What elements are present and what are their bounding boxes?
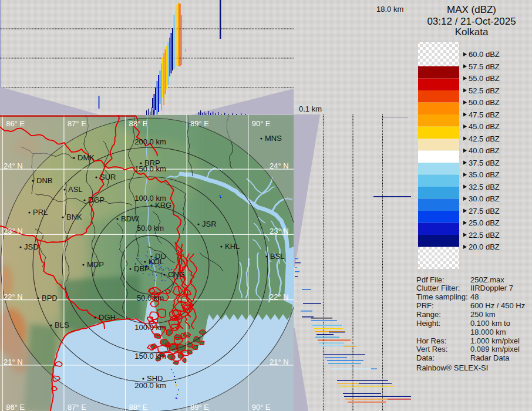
svg-text:KHL: KHL [225, 242, 240, 251]
svg-text:50.0 dBZ: 50.0 dBZ [469, 98, 500, 107]
svg-text:22° N: 22° N [4, 292, 23, 301]
svg-text:35.0 dBZ: 35.0 dBZ [469, 170, 500, 179]
svg-text:250Z.max: 250Z.max [470, 275, 504, 284]
svg-text:Vert Res:: Vert Res: [416, 345, 447, 353]
svg-text:MAX (dBZ): MAX (dBZ) [447, 4, 496, 15]
svg-text:86° E: 86° E [6, 119, 25, 128]
svg-text:55.0 dBZ: 55.0 dBZ [469, 74, 500, 83]
svg-text:Rainbow® SELEX-SI: Rainbow® SELEX-SI [416, 363, 488, 372]
svg-text:40.0 dBZ: 40.0 dBZ [469, 146, 500, 155]
svg-text:23° N: 23° N [4, 227, 23, 235]
svg-text:JSR: JSR [202, 220, 217, 228]
svg-text:50.0 km: 50.0 km [137, 224, 164, 233]
svg-text:Pdf File:: Pdf File: [416, 275, 445, 284]
svg-text:24° N: 24° N [270, 161, 289, 170]
svg-text:Height:: Height: [416, 319, 440, 328]
svg-text:JSD: JSD [24, 242, 39, 251]
svg-text:50.0 km: 50.0 km [137, 294, 164, 302]
svg-text:BDW: BDW [121, 214, 139, 223]
svg-text:45.0 dBZ: 45.0 dBZ [469, 122, 500, 131]
svg-text:DGP: DGP [88, 196, 105, 204]
svg-text:DBP: DBP [134, 264, 150, 273]
svg-text:200.0 km: 200.0 km [134, 137, 166, 146]
svg-text:52.5 dBZ: 52.5 dBZ [469, 86, 500, 95]
svg-text:MNS: MNS [265, 134, 282, 143]
svg-text:20.0 dBZ: 20.0 dBZ [469, 242, 500, 251]
svg-text:0.1 km: 0.1 km [299, 105, 322, 113]
svg-text:IIRDoppler 7: IIRDoppler 7 [470, 284, 513, 292]
svg-text:22° N: 22° N [270, 292, 289, 301]
svg-text:57.5 dBZ: 57.5 dBZ [469, 62, 500, 71]
svg-text:90° E: 90° E [252, 403, 271, 411]
svg-text:87° E: 87° E [68, 119, 86, 128]
svg-text:86° E: 86° E [6, 403, 25, 411]
svg-text:Hor Res:: Hor Res: [416, 336, 446, 345]
svg-text:88° E: 88° E [129, 403, 148, 411]
svg-text:03:12 / 21-Oct-2025: 03:12 / 21-Oct-2025 [427, 16, 516, 27]
svg-text:BSL: BSL [270, 252, 285, 261]
svg-text:23° N: 23° N [270, 227, 289, 235]
svg-text:BPD: BPD [42, 294, 58, 302]
svg-text:MDP: MDP [87, 260, 104, 269]
svg-text:27.5 dBZ: 27.5 dBZ [469, 207, 500, 215]
svg-text:250 km: 250 km [470, 310, 496, 319]
svg-text:1.000 km/pixel: 1.000 km/pixel [470, 336, 520, 345]
svg-text:0.089 km/pixel: 0.089 km/pixel [470, 345, 520, 353]
svg-text:21° N: 21° N [270, 358, 289, 366]
svg-text:DMK: DMK [78, 153, 95, 162]
svg-text:DGH: DGH [99, 313, 116, 322]
svg-text:37.5 dBZ: 37.5 dBZ [469, 159, 500, 167]
svg-text:PRL: PRL [33, 208, 48, 217]
svg-text:42.5 dBZ: 42.5 dBZ [469, 134, 500, 143]
svg-text:Time sampling:: Time sampling: [416, 292, 468, 301]
svg-text:SUR: SUR [100, 173, 116, 181]
svg-text:60.0 dBZ: 60.0 dBZ [469, 50, 500, 59]
svg-text:150.0 km: 150.0 km [134, 352, 166, 361]
svg-text:KOL: KOL [149, 257, 164, 266]
svg-text:600 Hz / 450 Hz: 600 Hz / 450 Hz [470, 301, 525, 310]
svg-text:21° N: 21° N [4, 358, 23, 366]
svg-text:18.0 km: 18.0 km [376, 5, 403, 14]
svg-text:32.5 dBZ: 32.5 dBZ [469, 183, 500, 191]
svg-text:Data:: Data: [416, 353, 435, 362]
svg-text:Range:: Range: [416, 310, 441, 319]
svg-text:SHD: SHD [147, 374, 163, 383]
svg-text:BNK: BNK [66, 213, 82, 221]
svg-text:Radar Data: Radar Data [470, 353, 510, 362]
svg-text:BLS: BLS [55, 321, 69, 329]
svg-text:Clutter Filter:: Clutter Filter: [416, 284, 460, 292]
svg-text:88° E: 88° E [129, 119, 148, 128]
svg-text:DNB: DNB [36, 176, 52, 185]
svg-text:Kolkata: Kolkata [455, 26, 489, 38]
svg-text:22.5 dBZ: 22.5 dBZ [469, 231, 500, 240]
svg-text:90° E: 90° E [252, 119, 271, 128]
svg-text:47.5 dBZ: 47.5 dBZ [469, 110, 500, 119]
svg-text:24° N: 24° N [4, 161, 23, 170]
svg-text:18.000 km: 18.000 km [470, 328, 506, 336]
svg-text:30.0 dBZ: 30.0 dBZ [469, 194, 500, 203]
svg-text:BRP: BRP [144, 159, 160, 167]
svg-text:100.0 km: 100.0 km [134, 323, 166, 332]
svg-text:PRF:: PRF: [416, 301, 434, 310]
svg-text:ASL: ASL [68, 185, 83, 194]
svg-text:25.0 dBZ: 25.0 dBZ [469, 218, 500, 227]
svg-text:89° E: 89° E [190, 119, 209, 128]
svg-text:KRG: KRG [155, 201, 171, 210]
svg-text:CNG: CNG [168, 270, 185, 279]
svg-text:89° E: 89° E [190, 403, 209, 411]
svg-text:87° E: 87° E [68, 403, 86, 411]
svg-text:0.100 km to: 0.100 km to [470, 319, 510, 328]
svg-text:48: 48 [470, 292, 479, 301]
